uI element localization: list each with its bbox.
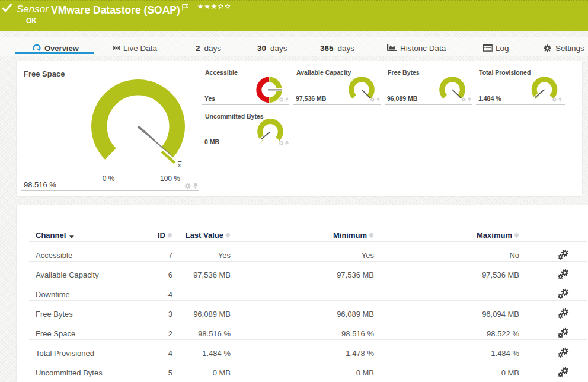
svg-text:x: x xyxy=(178,161,181,168)
